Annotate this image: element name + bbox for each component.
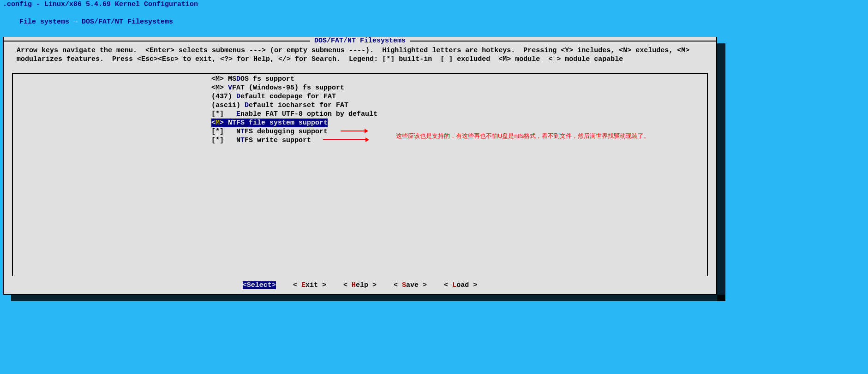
breadcrumb-item-filesystems: File systems <box>19 18 69 26</box>
breadcrumb-separator: → <box>69 18 82 26</box>
annotation-arrow-icon <box>323 137 369 143</box>
drop-shadow <box>717 43 725 301</box>
breadcrumb-item-dosfatnt: DOS/FAT/NT Filesystems <box>82 18 173 26</box>
menu-item-3[interactable]: (ascii) Default iocharset for FAT <box>13 101 707 110</box>
menu-list[interactable]: <M> MSDOS fs support<M> VFAT (Windows-95… <box>12 73 708 276</box>
menu-item-2[interactable]: (437) Default codepage for FAT <box>13 92 707 101</box>
annotation-arrow-icon <box>341 128 368 134</box>
window-title: .config - Linux/x86 5.4.69 Kernel Config… <box>0 0 720 9</box>
menu-item-5[interactable]: <M> NTFS file system support <box>211 119 328 127</box>
svg-marker-3 <box>365 137 369 142</box>
help-button[interactable]: < Help > <box>343 281 377 289</box>
drop-shadow <box>11 295 725 301</box>
exit-button[interactable]: < Exit > <box>293 281 326 289</box>
config-panel: DOS/FAT/NT Filesystems Arrow keys naviga… <box>3 37 717 295</box>
breadcrumb: File systems → DOS/FAT/NT Filesystems <box>0 9 720 37</box>
annotation-text: 这些应该也是支持的，有这些再也不怕U盘是ntfs格式，看不到文件，然后满世界找驱… <box>396 132 650 140</box>
select-button[interactable]: <Select> <box>243 281 276 289</box>
save-button[interactable]: < Save > <box>394 281 427 289</box>
menu-item-4[interactable]: [*] Enable FAT UTF-8 option by default <box>13 110 707 119</box>
load-button[interactable]: < Load > <box>444 281 477 289</box>
help-text: Arrow keys navigate the menu. <Enter> se… <box>4 45 716 68</box>
menu-item-0[interactable]: <M> MSDOS fs support <box>13 75 707 83</box>
menu-item-1[interactable]: <M> VFAT (Windows-95) fs support <box>13 83 707 92</box>
svg-marker-1 <box>365 129 368 133</box>
panel-title: DOS/FAT/NT Filesystems <box>4 37 716 45</box>
button-bar: <Select> < Exit > < Help > < Save > < Lo… <box>4 278 716 294</box>
